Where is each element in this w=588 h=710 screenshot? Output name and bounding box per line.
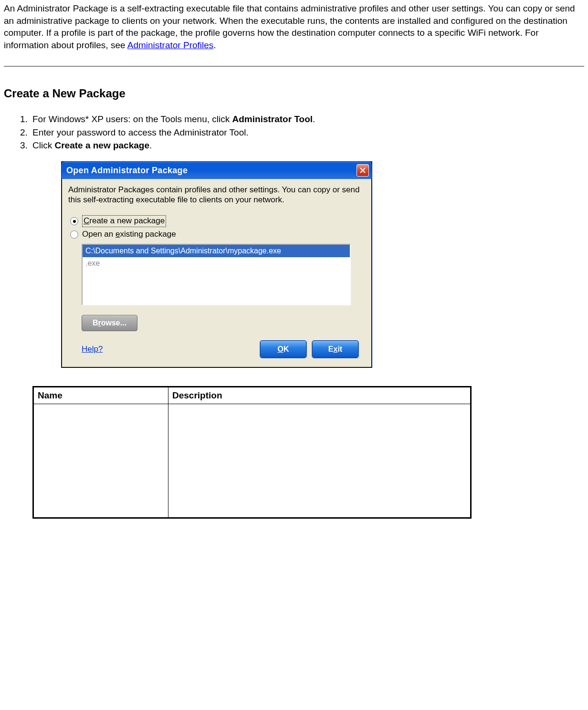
step-item: For Windows* XP users: on the Tools menu… <box>30 113 584 125</box>
step-text: For Windows* XP users: on the Tools menu… <box>32 114 232 124</box>
dialog-screenshot: Open Administrator Package Administrator… <box>61 161 584 368</box>
dialog-footer: Help? OK Exit <box>68 331 365 361</box>
step-bold: Administrator Tool <box>232 114 313 124</box>
hotkey: C <box>84 216 89 225</box>
dialog-body: Administrator Packages contain profiles … <box>62 179 372 367</box>
package-listbox[interactable]: C:\Documents and Settings\Administrator\… <box>82 244 351 305</box>
radio-icon <box>70 230 78 239</box>
description-table-wrap: Name Description <box>32 386 584 519</box>
table-header-description: Description <box>168 387 471 404</box>
label-post: xisting package <box>120 230 176 239</box>
administrator-profiles-link[interactable]: Administrator Profiles <box>127 40 214 50</box>
list-item[interactable]: C:\Documents and Settings\Administrator\… <box>83 245 350 257</box>
intro-text: An Administrator Package is a self-extra… <box>4 3 575 50</box>
intro-text-end: . <box>213 40 216 50</box>
label-post: it <box>337 344 342 355</box>
table-header-name: Name <box>33 387 168 404</box>
step-text: . <box>313 114 315 124</box>
step-item: Click Create a new package. <box>30 139 584 152</box>
button-group: OK Exit <box>260 341 358 358</box>
radio-label: Create a new package <box>82 215 166 227</box>
description-table: Name Description <box>32 386 472 519</box>
label-pre: Open an <box>82 230 116 239</box>
hotkey: O <box>277 344 283 355</box>
hotkey: e <box>116 230 120 239</box>
steps-list: For Windows* XP users: on the Tools menu… <box>4 113 584 152</box>
radio-icon <box>70 217 78 225</box>
intro-paragraph: An Administrator Package is a self-extra… <box>4 2 584 52</box>
table-row <box>33 404 471 518</box>
step-text: Click <box>32 140 54 150</box>
dialog-title: Open Administrator Package <box>66 165 188 176</box>
label-pre: E <box>328 344 334 355</box>
step-item: Enter your password to access the Admini… <box>30 126 584 139</box>
browse-button[interactable]: Browse... <box>82 315 137 331</box>
table-cell <box>168 404 471 518</box>
exit-button[interactable]: Exit <box>312 341 358 358</box>
label-rest: K <box>284 344 289 355</box>
radio-open-existing-package[interactable]: Open an existing package <box>70 229 365 240</box>
help-link[interactable]: Help? <box>82 344 103 355</box>
list-item[interactable]: .exe <box>83 257 350 270</box>
table-cell <box>33 404 168 518</box>
radio-label: Open an existing package <box>82 229 176 240</box>
step-text: . <box>149 140 152 150</box>
hotkey: x <box>333 344 337 355</box>
ok-button[interactable]: OK <box>260 341 306 358</box>
label-pre: B <box>93 318 98 328</box>
step-bold: Create a new package <box>54 140 149 150</box>
radio-create-new-package[interactable]: Create a new package <box>70 215 365 227</box>
close-icon[interactable] <box>357 164 369 177</box>
table-header-row: Name Description <box>33 387 471 404</box>
dialog-titlebar: Open Administrator Package <box>62 162 372 179</box>
label-post: owse... <box>101 318 126 328</box>
dialog-description: Administrator Packages contain profiles … <box>68 185 365 205</box>
label-rest: reate a new package <box>89 216 165 225</box>
divider <box>4 66 584 67</box>
open-administrator-package-dialog: Open Administrator Package Administrator… <box>61 161 372 368</box>
section-heading: Create a New Package <box>4 86 584 101</box>
